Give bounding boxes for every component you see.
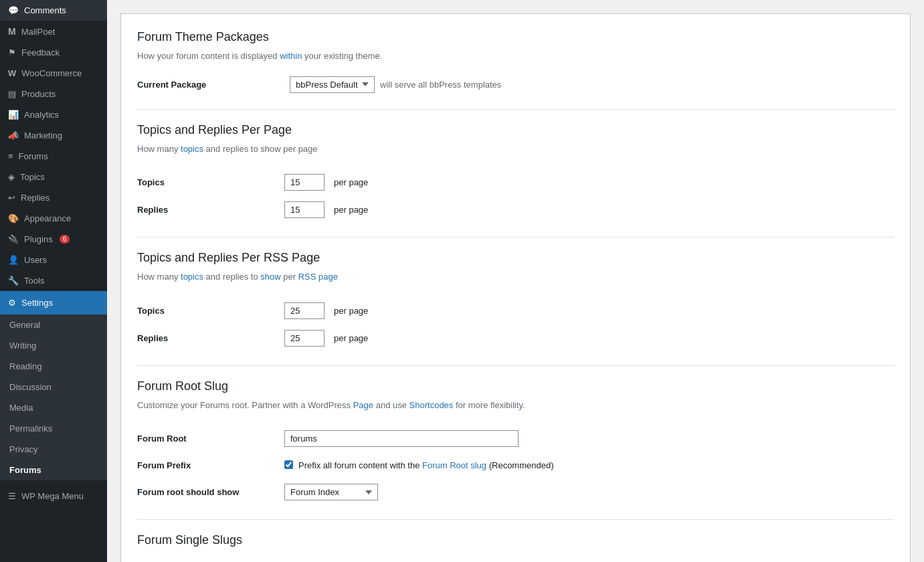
current-package-row: Current Package bbPress Default will ser… xyxy=(137,76,894,93)
sidebar-item-topics[interactable]: ◈ Topics xyxy=(0,167,107,187)
forum-root-row: Forum Root xyxy=(137,425,894,452)
sidebar-item-label: Analytics xyxy=(24,110,59,120)
sidebar-item-label: Plugins xyxy=(24,234,53,244)
sidebar-item-products[interactable]: ▤ Products xyxy=(0,84,107,104)
sidebar-item-label: Comments xyxy=(24,5,66,15)
forum-root-slug-title: Forum Root Slug xyxy=(137,379,894,393)
rss-topics-suffix: per page xyxy=(334,306,368,316)
submenu-item-general[interactable]: General xyxy=(0,314,107,335)
replies-per-page-row: Replies per page xyxy=(137,196,894,223)
settings-icon: ⚙ xyxy=(8,298,16,308)
mailpoet-icon: M xyxy=(8,26,16,37)
forum-root-slug-desc: Customize your Forums root. Partner with… xyxy=(137,399,894,412)
tools-icon: 🔧 xyxy=(8,276,19,286)
submenu-item-media[interactable]: Media xyxy=(0,397,107,418)
topics-replies-per-page-desc: How many topics and replies to show per … xyxy=(137,143,894,156)
within-link[interactable]: within xyxy=(280,51,302,61)
submenu-item-reading[interactable]: Reading xyxy=(0,356,107,377)
rss-replies-field: per page xyxy=(284,330,894,347)
forum-root-show-select[interactable]: Forum Index xyxy=(284,484,378,500)
settings-submenu: General Writing Reading Discussion Media… xyxy=(0,314,107,480)
topics-replies-rss-desc: How many topics and replies to show per … xyxy=(137,270,894,284)
sidebar-item-tools[interactable]: 🔧 Tools xyxy=(0,270,107,291)
sidebar-item-marketing[interactable]: 📣 Marketing xyxy=(0,125,107,146)
divider-4 xyxy=(137,519,894,520)
shortcodes-link[interactable]: Shortcodes xyxy=(409,400,454,410)
submenu-label: Privacy xyxy=(9,444,38,454)
submenu-item-permalinks[interactable]: Permalinks xyxy=(0,418,107,439)
forum-prefix-checkbox[interactable] xyxy=(284,460,293,469)
forum-theme-packages-desc: How your forum content is displayed with… xyxy=(137,50,894,63)
sidebar-item-label: WooCommerce xyxy=(21,68,82,78)
sidebar-item-wp-mega-menu[interactable]: ☰ WP Mega Menu xyxy=(0,486,107,506)
submenu-label: Permalinks xyxy=(9,424,52,434)
sidebar-item-label: Appearance xyxy=(24,213,71,223)
replies-per-page-field: per page xyxy=(284,201,894,218)
forum-root-show-label: Forum root should show xyxy=(137,478,284,506)
page-link[interactable]: Page xyxy=(353,400,373,410)
sidebar-item-replies[interactable]: ↩ Replies xyxy=(0,187,107,208)
appearance-icon: 🎨 xyxy=(8,213,19,223)
submenu-item-discussion[interactable]: Discussion xyxy=(0,377,107,397)
topics-link-1[interactable]: topics xyxy=(181,144,203,154)
replies-per-page-label: Replies xyxy=(137,196,284,223)
sidebar-item-plugins[interactable]: 🔌 Plugins 6 xyxy=(0,229,107,250)
replies-per-page-input[interactable] xyxy=(284,201,325,218)
feedback-icon: ⚑ xyxy=(8,48,16,58)
forum-root-slug-link[interactable]: Forum Root slug xyxy=(422,460,486,470)
submenu-item-forums[interactable]: Forums xyxy=(0,460,107,480)
topics-icon: ◈ xyxy=(8,172,15,182)
rss-replies-suffix: per page xyxy=(334,333,368,343)
sidebar-item-label: Marketing xyxy=(24,130,62,140)
submenu-label: Writing xyxy=(9,341,36,351)
topics-per-page-field: per page xyxy=(284,174,894,191)
collapse-arrow-icon: ◀ xyxy=(91,296,99,309)
sidebar-item-settings[interactable]: ⚙ Settings ◀ xyxy=(0,291,107,314)
sidebar-item-forums[interactable]: ≡ Forums xyxy=(0,146,107,167)
topics-per-page-input[interactable] xyxy=(284,174,325,191)
current-package-select[interactable]: bbPress Default xyxy=(290,76,375,93)
topics-per-page-suffix: per page xyxy=(334,177,368,187)
woocommerce-icon: W xyxy=(8,68,16,78)
forum-root-input[interactable] xyxy=(284,430,519,447)
topics-replies-per-page-table: Topics per page Replies per page xyxy=(137,169,894,223)
sidebar-item-woocommerce[interactable]: W WooCommerce xyxy=(0,63,107,84)
rss-topics-row: Topics per page xyxy=(137,297,894,324)
sidebar-item-label: WP Mega Menu xyxy=(21,491,84,501)
show-link[interactable]: show xyxy=(260,272,280,282)
sidebar-item-analytics[interactable]: 📊 Analytics xyxy=(0,104,107,125)
rss-page-link[interactable]: RSS page xyxy=(298,272,338,282)
rss-topics-input[interactable] xyxy=(284,302,325,319)
rss-replies-input[interactable] xyxy=(284,330,325,347)
divider-1 xyxy=(137,109,894,110)
rss-topics-field: per page xyxy=(284,302,894,319)
topics-per-page-row: Topics per page xyxy=(137,169,894,196)
submenu-label: Media xyxy=(9,403,33,413)
sidebar: 💬 Comments M MailPoet ⚑ Feedback W WooCo… xyxy=(0,0,107,562)
submenu-label: Discussion xyxy=(9,382,52,392)
sidebar-item-comments[interactable]: 💬 Comments xyxy=(0,0,107,21)
forum-theme-packages-title: Forum Theme Packages xyxy=(137,30,894,44)
sidebar-item-label: Feedback xyxy=(21,48,60,58)
topics-replies-rss-table: Topics per page Replies per page xyxy=(137,297,894,352)
analytics-icon: 📊 xyxy=(8,110,19,120)
sidebar-item-feedback[interactable]: ⚑ Feedback xyxy=(0,42,107,63)
topics-replies-per-page-title: Topics and Replies Per Page xyxy=(137,123,894,137)
forum-single-slugs-title: Forum Single Slugs xyxy=(137,533,894,547)
rss-topics-label: Topics xyxy=(137,297,284,324)
replies-per-page-suffix: per page xyxy=(334,205,368,215)
sidebar-item-appearance[interactable]: 🎨 Appearance xyxy=(0,208,107,229)
submenu-label: Reading xyxy=(9,361,41,371)
sidebar-item-users[interactable]: 👤 Users xyxy=(0,250,107,270)
forum-root-label: Forum Root xyxy=(137,425,284,452)
topics-per-page-label: Topics xyxy=(137,169,284,196)
topics-link-2[interactable]: topics xyxy=(181,272,203,282)
current-package-label: Current Package xyxy=(137,80,284,90)
submenu-item-privacy[interactable]: Privacy xyxy=(0,439,107,460)
forums-icon: ≡ xyxy=(8,151,13,161)
divider-3 xyxy=(137,365,894,366)
current-package-note: will serve all bbPress templates xyxy=(380,80,501,90)
sidebar-item-mailpoet[interactable]: M MailPoet xyxy=(0,21,107,42)
plugins-icon: 🔌 xyxy=(8,234,19,244)
submenu-item-writing[interactable]: Writing xyxy=(0,335,107,356)
